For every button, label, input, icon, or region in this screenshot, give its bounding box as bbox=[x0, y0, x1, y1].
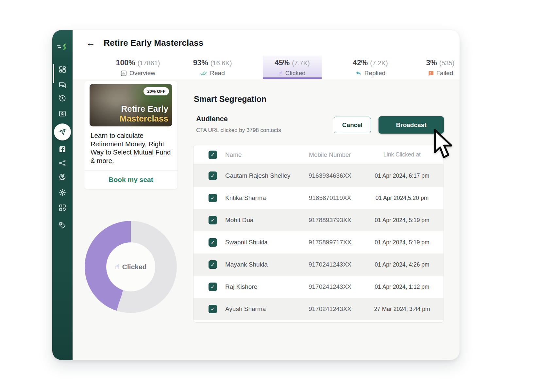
sidebar-item-contacts-icon[interactable] bbox=[59, 110, 66, 118]
broadcast-button[interactable]: Broadcast bbox=[378, 116, 444, 134]
tab-clicked-label: Clicked bbox=[285, 70, 306, 77]
mobile-cell: 9170241243XX bbox=[300, 305, 360, 313]
sidebar-item-broadcast-active[interactable] bbox=[54, 123, 71, 140]
donut-center-label: Clicked bbox=[122, 263, 147, 271]
table-row: ✓ Mayank Shukla 9170241243XX 01 Apr 2024… bbox=[193, 253, 444, 276]
tab-overview-value: 100% bbox=[116, 58, 135, 67]
tab-read-label: Read bbox=[210, 70, 225, 77]
tab-clicked-value: 45% bbox=[275, 58, 290, 67]
tab-replied-value: 42% bbox=[353, 58, 368, 67]
sidebar-item-tags-icon[interactable] bbox=[59, 221, 66, 229]
tab-overview-count: (17861) bbox=[137, 59, 160, 67]
sidebar-item-integrations-icon[interactable] bbox=[59, 159, 66, 167]
mobile-cell: 9175899717XX bbox=[300, 239, 360, 246]
double-check-icon bbox=[200, 71, 207, 76]
book-my-seat-button[interactable]: Book my seat bbox=[84, 171, 177, 189]
tab-replied-label: Replied bbox=[364, 70, 385, 77]
row-checkbox[interactable]: ✓ bbox=[209, 283, 217, 291]
clicked-at-cell: 01 Apr 2024, 5:19 pm bbox=[360, 217, 444, 224]
sidebar-item-settings-icon[interactable] bbox=[59, 188, 66, 196]
tab-clicked[interactable]: 45%(7.7K) ☝ Clicked bbox=[263, 56, 322, 79]
clicked-at-cell: 01 Apr 2024,5:20 pm bbox=[360, 195, 444, 202]
table-row: ✓ Ayush Sharma 9170241243XX 27 Mar 2024,… bbox=[193, 298, 444, 320]
sidebar-item-apps-icon[interactable] bbox=[59, 204, 66, 212]
cancel-button[interactable]: Cancel bbox=[334, 117, 371, 133]
campaign-image-title: Retire Early bbox=[120, 104, 168, 114]
audience-caption: CTA URL clicked by 3798 contacts bbox=[196, 127, 281, 134]
sidebar-item-dashboard-icon[interactable] bbox=[59, 66, 66, 74]
name-cell: Kritika Sharma bbox=[218, 194, 300, 202]
row-checkbox[interactable]: ✓ bbox=[209, 238, 217, 247]
reply-arrow-icon bbox=[355, 70, 362, 76]
clicked-at-cell: 01 Apr 2024, 5:19 pm bbox=[360, 239, 444, 246]
name-cell: Mohit Dua bbox=[218, 217, 300, 224]
bar-chart-icon bbox=[121, 70, 127, 76]
tab-clicked-count: (7.7K) bbox=[292, 59, 310, 67]
tab-replied-count: (7.2K) bbox=[370, 59, 388, 67]
tab-failed[interactable]: 3%(535) Failed bbox=[411, 56, 460, 79]
tab-overview-label: Overview bbox=[129, 70, 155, 77]
send-icon bbox=[59, 128, 66, 136]
table-row: ✓ Swapnil Shukla 9175899717XX 01 Apr 202… bbox=[193, 231, 444, 253]
table-row: ✓ Mohit Dua 9178893793XX 01 Apr 2024, 5:… bbox=[193, 209, 444, 231]
app-window: ← Retire Early Masterclass 100%(17861) O… bbox=[52, 30, 460, 360]
campaign-preview-card: 20% OFF Retire Early Masterclass Learn t… bbox=[84, 81, 177, 189]
table-row: ✓ Raj Kishore 9170241243XX 01 Apr 2024, … bbox=[193, 276, 444, 298]
page-title: Retire Early Masterclass bbox=[104, 38, 203, 48]
alert-message-icon bbox=[428, 70, 434, 76]
sidebar-item-chats-icon[interactable] bbox=[59, 81, 66, 89]
campaign-image-subtitle: Masterclass bbox=[120, 114, 168, 124]
row-checkbox[interactable]: ✓ bbox=[209, 305, 217, 313]
donut-ring: ☝ Clicked bbox=[85, 221, 177, 313]
campaign-image: 20% OFF Retire Early Masterclass bbox=[90, 84, 172, 126]
table-row: ✓ Gautam Rajesh Shelley 9163934636XX 01 … bbox=[193, 165, 444, 187]
table-header-row: ✓ Name Mobile Number Link Clicked at bbox=[193, 145, 444, 165]
sidebar-item-payments-icon[interactable] bbox=[59, 173, 66, 181]
sidebar-item-history-icon[interactable] bbox=[59, 94, 66, 102]
col-header-clicked-at: Link Clicked at bbox=[360, 151, 444, 158]
row-checkbox[interactable]: ✓ bbox=[209, 194, 217, 202]
mobile-cell: 9185870119XX bbox=[300, 194, 360, 202]
tap-click-icon: ☝ bbox=[115, 263, 119, 270]
clicked-at-cell: 01 Apr 2024, 4:26 pm bbox=[360, 261, 444, 268]
col-header-name: Name bbox=[218, 151, 300, 158]
back-arrow-icon[interactable]: ← bbox=[86, 39, 95, 48]
select-all-checkbox[interactable]: ✓ bbox=[209, 151, 217, 159]
row-checkbox[interactable]: ✓ bbox=[209, 216, 217, 224]
tap-click-icon: ☝ bbox=[279, 70, 283, 76]
donut-center: ☝ Clicked bbox=[106, 242, 155, 291]
col-header-mobile: Mobile Number bbox=[300, 151, 360, 158]
name-cell: Gautam Rajesh Shelley bbox=[218, 172, 300, 179]
tab-read[interactable]: 93%(16.6K) Read bbox=[183, 56, 242, 79]
audience-table: ✓ Name Mobile Number Link Clicked at ✓ G… bbox=[193, 145, 444, 323]
active-section-indicator bbox=[53, 64, 54, 83]
tab-failed-value: 3% bbox=[426, 58, 437, 67]
row-checkbox[interactable]: ✓ bbox=[209, 260, 217, 269]
tab-read-value: 93% bbox=[193, 58, 208, 67]
mobile-cell: 9163934636XX bbox=[300, 172, 360, 179]
clicked-at-cell: 01 Apr 2024, 6:17 pm bbox=[360, 172, 444, 179]
name-cell: Raj Kishore bbox=[218, 283, 300, 290]
page-canvas: ← Retire Early Masterclass 100%(17861) O… bbox=[0, 0, 538, 392]
mobile-cell: 9170241243XX bbox=[300, 283, 360, 290]
campaign-caption: Learn to calculate Retirement Money, Rig… bbox=[84, 126, 177, 171]
tab-replied[interactable]: 42%(7.2K) Replied bbox=[341, 56, 400, 79]
name-cell: Ayush Sharma bbox=[218, 305, 300, 313]
row-checkbox[interactable]: ✓ bbox=[209, 172, 217, 180]
tab-failed-count: (535) bbox=[439, 59, 455, 67]
discount-badge: 20% OFF bbox=[143, 87, 169, 95]
table-row: ✓ Kritika Sharma 9185870119XX 01 Apr 202… bbox=[193, 187, 444, 209]
page-header: ← Retire Early Masterclass 100%(17861) O… bbox=[73, 30, 460, 79]
name-cell: Mayank Shukla bbox=[218, 261, 300, 268]
tab-overview[interactable]: 100%(17861) Overview bbox=[109, 56, 167, 79]
mobile-cell: 9170241243XX bbox=[300, 261, 360, 268]
app-logo-icon bbox=[52, 41, 73, 54]
section-title: Smart Segregation bbox=[194, 94, 266, 104]
mobile-cell: 9178893793XX bbox=[300, 217, 360, 224]
tab-failed-label: Failed bbox=[436, 70, 453, 77]
clicked-at-cell: 27 Mar 2024, 3:44 pm bbox=[360, 306, 444, 313]
sidebar-item-facebook-icon[interactable] bbox=[59, 145, 66, 153]
clicked-at-cell: 01 Apr 2024, 1:12 pm bbox=[360, 284, 444, 290]
audience-label: Audience bbox=[196, 115, 228, 123]
name-cell: Swapnil Shukla bbox=[218, 239, 300, 246]
